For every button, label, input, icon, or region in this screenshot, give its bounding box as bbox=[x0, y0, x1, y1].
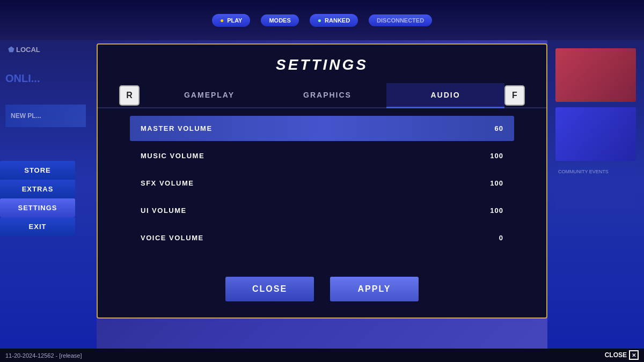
setting-row-sfx-volume[interactable]: SFX VOLUME 100 bbox=[130, 171, 514, 196]
setting-row-voice-volume[interactable]: VOICE VOLUME 0 bbox=[130, 225, 514, 250]
tab-audio[interactable]: AUDIO bbox=[386, 83, 504, 108]
modal-footer: CLOSE APPLY bbox=[98, 263, 546, 317]
close-button[interactable]: CLOSE bbox=[225, 277, 314, 301]
ui-volume-label: UI VOLUME bbox=[141, 206, 187, 215]
setting-row-master-volume[interactable]: MASTER VOLUME 60 bbox=[130, 116, 514, 141]
tabs-row: R GAMEPLAY GRAPHICS AUDIO F bbox=[98, 83, 546, 108]
right-key-button[interactable]: F bbox=[504, 85, 525, 106]
modal-overlay: SETTINGS R GAMEPLAY GRAPHICS AUDIO F MAS… bbox=[0, 0, 644, 362]
sfx-volume-label: SFX VOLUME bbox=[141, 179, 194, 187]
tab-graphics[interactable]: GRAPHICS bbox=[268, 83, 386, 108]
left-key-button[interactable]: R bbox=[119, 85, 140, 106]
master-volume-value: 60 bbox=[482, 124, 503, 132]
sfx-volume-value: 100 bbox=[482, 179, 503, 187]
setting-row-music-volume[interactable]: MUSIC VOLUME 100 bbox=[130, 143, 514, 168]
tab-gameplay[interactable]: GAMEPLAY bbox=[150, 83, 268, 108]
settings-modal: SETTINGS R GAMEPLAY GRAPHICS AUDIO F MAS… bbox=[97, 43, 547, 319]
settings-content: MASTER VOLUME 60 MUSIC VOLUME 100 SFX VO… bbox=[98, 108, 546, 263]
music-volume-value: 100 bbox=[482, 152, 503, 160]
voice-volume-label: VOICE VOLUME bbox=[141, 234, 204, 242]
ui-volume-value: 100 bbox=[482, 206, 503, 215]
apply-button[interactable]: APPLY bbox=[330, 277, 419, 301]
master-volume-label: MASTER VOLUME bbox=[141, 124, 213, 132]
music-volume-label: MUSIC VOLUME bbox=[141, 152, 204, 160]
voice-volume-value: 0 bbox=[482, 234, 503, 242]
setting-row-ui-volume[interactable]: UI VOLUME 100 bbox=[130, 198, 514, 223]
modal-title: SETTINGS bbox=[98, 45, 546, 83]
tabs-container: GAMEPLAY GRAPHICS AUDIO bbox=[150, 83, 504, 107]
